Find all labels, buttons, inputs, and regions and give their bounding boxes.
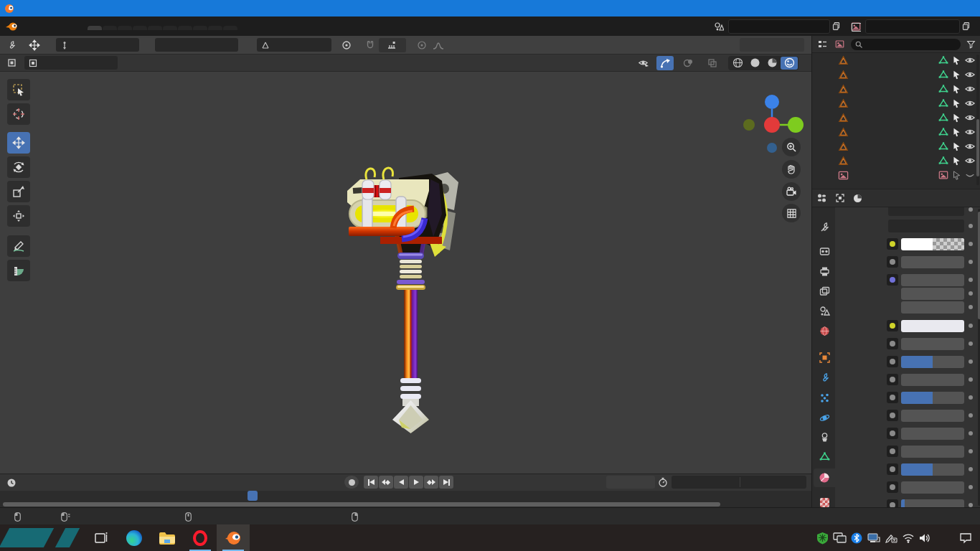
selectable-icon[interactable] xyxy=(952,70,961,80)
next-keyframe-button[interactable] xyxy=(424,476,438,489)
outliner-row[interactable] xyxy=(812,82,978,96)
shading-wireframe-button[interactable] xyxy=(729,57,746,70)
outliner-row-empty[interactable] xyxy=(812,168,978,182)
shading-solid-button[interactable] xyxy=(746,57,763,70)
editor-type-outliner-icon[interactable] xyxy=(816,39,828,50)
workspace-tab-animation[interactable] xyxy=(178,26,192,30)
subsurface-radius-z[interactable] xyxy=(901,301,964,314)
jump-to-start-button[interactable] xyxy=(364,476,378,489)
view-layer-copy-icon[interactable] xyxy=(960,21,971,32)
viewport-3d[interactable] xyxy=(0,55,811,474)
anisotropic-value[interactable] xyxy=(901,410,964,422)
metallic-value[interactable] xyxy=(901,338,964,350)
base-color-input-socket[interactable] xyxy=(887,238,898,250)
tool-rotate-button[interactable] xyxy=(7,156,30,178)
object-visibility-button[interactable] xyxy=(635,56,652,70)
visibility-eye-icon[interactable] xyxy=(965,70,975,80)
blender-taskbar-icon[interactable] xyxy=(217,524,250,551)
timeline-ruler[interactable] xyxy=(0,491,811,501)
tab-output[interactable] xyxy=(814,262,835,281)
bluetooth-tray-icon[interactable] xyxy=(848,524,865,551)
tab-texture[interactable] xyxy=(814,493,835,507)
animate-dot[interactable] xyxy=(969,242,973,246)
tool-measure-button[interactable] xyxy=(7,260,30,281)
specular-slider[interactable] xyxy=(901,356,964,368)
current-frame-badge[interactable] xyxy=(248,491,258,501)
workspace-tab-scripting[interactable] xyxy=(223,26,237,30)
workspace-tab-compositing[interactable] xyxy=(208,26,222,30)
tab-render[interactable] xyxy=(814,242,835,260)
workspace-tab-shading[interactable] xyxy=(163,26,177,30)
selectable-icon[interactable] xyxy=(952,171,961,180)
edge-icon[interactable] xyxy=(118,524,151,551)
stopwatch-icon[interactable] xyxy=(657,476,669,488)
wifi-tray-icon[interactable] xyxy=(900,524,917,551)
workspace-tab-texture-paint[interactable] xyxy=(148,26,162,30)
opera-icon[interactable] xyxy=(184,524,217,551)
tool-scale-button[interactable] xyxy=(7,181,30,202)
tab-object-data[interactable] xyxy=(814,447,835,466)
clearcoat-value[interactable] xyxy=(901,481,964,494)
subsurface-color-swatch[interactable] xyxy=(901,320,964,332)
outliner-scrollbar[interactable] xyxy=(976,55,979,185)
tab-tool[interactable] xyxy=(814,217,835,236)
file-explorer-icon[interactable] xyxy=(151,524,184,551)
anisotropic-rotation-value[interactable] xyxy=(901,428,964,440)
snap-settings-button[interactable] xyxy=(379,38,406,52)
jump-to-end-button[interactable] xyxy=(439,476,453,489)
transform-space-dropdown[interactable] xyxy=(257,38,331,52)
timeline-menu-keying[interactable] xyxy=(39,478,52,488)
camera-view-button[interactable] xyxy=(782,182,801,201)
tab-physics[interactable] xyxy=(814,408,835,427)
scene-name-field[interactable] xyxy=(728,19,830,34)
scene-icon[interactable] xyxy=(713,21,725,32)
current-frame-field[interactable] xyxy=(606,476,655,489)
subsurface-radius-y[interactable] xyxy=(901,288,964,300)
workspace-tab-uv-editing[interactable] xyxy=(133,26,147,30)
network-device-tray-icon[interactable] xyxy=(865,524,882,551)
subsurface-value[interactable] xyxy=(901,256,964,268)
task-view-button[interactable] xyxy=(85,524,118,551)
visibility-eye-icon[interactable] xyxy=(965,84,975,94)
shading-material-button[interactable] xyxy=(763,57,781,70)
visibility-eye-closed-icon[interactable] xyxy=(965,170,975,180)
outliner-row[interactable] xyxy=(812,110,978,125)
volume-tray-icon[interactable] xyxy=(917,524,934,551)
tab-particles[interactable] xyxy=(814,388,835,407)
visibility-eye-icon[interactable] xyxy=(965,156,975,166)
workspace-tab-layout[interactable] xyxy=(88,26,102,30)
editor-type-timeline-icon[interactable] xyxy=(6,477,17,489)
selectable-icon[interactable] xyxy=(952,113,961,123)
pivot-point-button[interactable] xyxy=(339,38,356,52)
workspace-tab-sculpting[interactable] xyxy=(118,26,132,30)
mode-dropdown[interactable] xyxy=(24,56,118,70)
close-button[interactable] xyxy=(956,0,980,17)
outliner-row[interactable] xyxy=(812,96,978,110)
blender-logo-icon[interactable] xyxy=(6,21,17,32)
shading-rendered-button[interactable] xyxy=(781,57,798,70)
proportional-falloff-icon[interactable] xyxy=(430,38,448,52)
selectable-icon[interactable] xyxy=(952,142,961,151)
orientation-dropdown[interactable] xyxy=(56,38,139,52)
visibility-eye-icon[interactable] xyxy=(965,113,975,123)
tab-modifiers[interactable] xyxy=(814,368,835,387)
editor-type-viewport-icon[interactable] xyxy=(6,57,17,69)
tool-transform-button[interactable] xyxy=(7,205,30,227)
sheen-value[interactable] xyxy=(901,446,964,458)
distribution-dropdown[interactable] xyxy=(888,207,964,216)
zoom-button[interactable] xyxy=(782,138,801,156)
outliner-row[interactable] xyxy=(812,125,978,139)
drag-dropdown[interactable] xyxy=(155,38,238,52)
selectable-icon[interactable] xyxy=(952,99,961,108)
minimize-button[interactable] xyxy=(907,0,931,17)
workspace-tab-rendering[interactable] xyxy=(193,26,207,30)
options-dropdown[interactable] xyxy=(740,38,804,52)
outliner-row[interactable] xyxy=(812,139,978,154)
roughness-slider[interactable] xyxy=(901,392,964,404)
visibility-eye-icon[interactable] xyxy=(965,98,975,108)
tab-world[interactable] xyxy=(814,321,835,340)
prev-keyframe-button[interactable] xyxy=(379,476,393,489)
outliner-row[interactable] xyxy=(812,154,978,168)
tab-view-layer[interactable] xyxy=(814,282,835,301)
start-button[interactable] xyxy=(0,524,85,551)
